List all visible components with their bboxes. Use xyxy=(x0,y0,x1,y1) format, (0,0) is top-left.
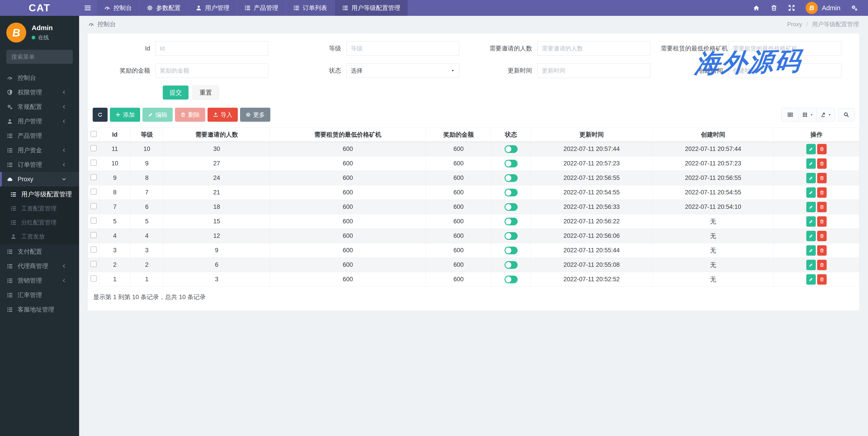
status-toggle[interactable] xyxy=(504,203,518,211)
sidebar-toggle-button[interactable] xyxy=(79,0,96,16)
nav-item-控制台[interactable]: 控制台 xyxy=(97,0,139,16)
delete-button[interactable]: 删除 xyxy=(175,108,205,122)
import-button[interactable]: 导入 xyxy=(208,108,238,122)
status-toggle[interactable] xyxy=(504,246,518,254)
column-header-更新时间[interactable]: 更新时间 xyxy=(531,128,653,142)
row-checkbox[interactable] xyxy=(91,261,96,267)
field-input-更新时间[interactable] xyxy=(537,63,650,78)
nav-item-用户管理[interactable]: 用户管理 xyxy=(188,0,237,16)
row-edit-button[interactable] xyxy=(806,158,816,169)
column-header-状态[interactable]: 状态 xyxy=(491,128,530,142)
row-edit-button[interactable] xyxy=(806,216,816,227)
sidebar-subitem-工资配置管理[interactable]: 工资配置管理 xyxy=(0,201,79,215)
row-checkbox[interactable] xyxy=(91,189,96,195)
sidebar-item-权限管理[interactable]: 权限管理 xyxy=(0,85,79,99)
sidebar-subitem-工资发放[interactable]: 工资发放 xyxy=(0,229,79,243)
field-input-需要邀请的人数[interactable] xyxy=(537,41,650,56)
nav-item-参数配置[interactable]: 参数配置 xyxy=(140,0,188,16)
row-edit-button[interactable] xyxy=(806,245,816,256)
columns-button[interactable] xyxy=(799,108,817,121)
submit-button[interactable]: 提交 xyxy=(163,86,188,99)
sidebar-item-汇率管理[interactable]: 汇率管理 xyxy=(0,288,79,302)
row-checkbox[interactable] xyxy=(91,160,96,166)
refresh-button[interactable] xyxy=(93,108,107,122)
sidebar-item-产品管理[interactable]: 产品管理 xyxy=(0,128,79,143)
nav-item-产品管理[interactable]: 产品管理 xyxy=(237,0,285,16)
sidebar-item-用户资金[interactable]: 用户资金 xyxy=(0,143,79,157)
row-checkbox[interactable] xyxy=(91,203,96,209)
fullscreen-icon[interactable] xyxy=(788,4,795,11)
row-edit-button[interactable] xyxy=(806,187,816,198)
breadcrumb-section[interactable]: Proxy xyxy=(787,21,802,28)
row-delete-button[interactable] xyxy=(817,202,827,212)
settings-gears-icon[interactable] xyxy=(851,4,858,11)
reset-button[interactable]: 重置 xyxy=(193,86,219,99)
user-menu[interactable]: B Admin xyxy=(806,2,840,14)
column-header-奖励的金额[interactable]: 奖励的金额 xyxy=(426,128,491,142)
row-delete-button[interactable] xyxy=(817,260,827,270)
column-header-操作[interactable]: 操作 xyxy=(774,128,860,142)
row-delete-button[interactable] xyxy=(817,274,827,285)
nav-item-用户等级配置管理[interactable]: 用户等级配置管理 xyxy=(335,0,408,16)
sidebar-subitem-用户等级配置管理[interactable]: 用户等级配置管理 xyxy=(0,187,79,201)
column-header-需要邀请的人数[interactable]: 需要邀请的人数 xyxy=(163,128,270,142)
sidebar-subitem-分红配置管理[interactable]: 分红配置管理 xyxy=(0,215,79,229)
sidebar-item-支付配置[interactable]: 支付配置 xyxy=(0,244,79,259)
status-select[interactable]: 选择 xyxy=(346,63,459,78)
field-input-等级[interactable] xyxy=(346,41,459,56)
row-checkbox[interactable] xyxy=(91,217,96,224)
row-delete-button[interactable] xyxy=(817,216,827,227)
home-icon[interactable] xyxy=(753,4,760,11)
column-header-Id[interactable]: Id xyxy=(99,128,130,142)
breadcrumb-dashboard[interactable]: 控制台 xyxy=(97,20,116,28)
field-input-Id[interactable] xyxy=(156,41,268,56)
row-edit-button[interactable] xyxy=(806,144,816,154)
table-search-button[interactable] xyxy=(838,108,855,121)
status-toggle[interactable] xyxy=(504,189,518,196)
sidebar-item-代理商管理[interactable]: 代理商管理 xyxy=(0,259,79,273)
field-input-创建时间[interactable] xyxy=(728,63,841,78)
status-toggle[interactable] xyxy=(504,275,518,283)
row-edit-button[interactable] xyxy=(806,260,816,270)
row-edit-button[interactable] xyxy=(806,231,816,241)
row-delete-button[interactable] xyxy=(817,158,827,169)
row-checkbox[interactable] xyxy=(91,145,96,151)
sidebar-item-订单管理[interactable]: 订单管理 xyxy=(0,157,79,172)
detail-view-button[interactable] xyxy=(782,108,799,121)
add-button[interactable]: 添加 xyxy=(110,108,140,122)
row-checkbox[interactable] xyxy=(91,246,96,253)
select-all-checkbox[interactable] xyxy=(91,131,96,137)
status-toggle[interactable] xyxy=(504,174,518,182)
row-delete-button[interactable] xyxy=(817,144,827,154)
row-delete-button[interactable] xyxy=(817,173,827,183)
sidebar-item-客服地址管理[interactable]: 客服地址管理 xyxy=(0,302,79,317)
more-button[interactable]: 更多 xyxy=(240,108,270,122)
sidebar-item-营销管理[interactable]: 营销管理 xyxy=(0,273,79,288)
row-checkbox[interactable] xyxy=(91,174,96,180)
sidebar-item-用户管理[interactable]: 用户管理 xyxy=(0,114,79,128)
sidebar-item-Proxy[interactable]: Proxy xyxy=(0,172,79,186)
export-button[interactable] xyxy=(817,108,835,121)
row-delete-button[interactable] xyxy=(817,231,827,241)
status-toggle[interactable] xyxy=(504,145,518,153)
edit-button[interactable]: 编辑 xyxy=(143,108,173,122)
status-toggle[interactable] xyxy=(504,217,518,225)
column-header-等级[interactable]: 等级 xyxy=(130,128,163,142)
row-delete-button[interactable] xyxy=(817,187,827,198)
row-edit-button[interactable] xyxy=(806,173,816,183)
row-edit-button[interactable] xyxy=(806,202,816,212)
sidebar-item-控制台[interactable]: 控制台 xyxy=(0,70,79,85)
status-toggle[interactable] xyxy=(504,261,518,269)
row-checkbox[interactable] xyxy=(91,232,96,238)
status-toggle[interactable] xyxy=(504,160,518,168)
nav-item-订单列表[interactable]: 订单列表 xyxy=(286,0,334,16)
column-header-需要租赁的最低价格矿机[interactable]: 需要租赁的最低价格矿机 xyxy=(270,128,426,142)
sidebar-search-input[interactable] xyxy=(11,53,79,60)
column-header-创建时间[interactable]: 创建时间 xyxy=(653,128,774,142)
row-delete-button[interactable] xyxy=(817,245,827,256)
status-toggle[interactable] xyxy=(504,232,518,240)
sidebar-item-常规配置[interactable]: 常规配置 xyxy=(0,99,79,114)
trash-icon[interactable] xyxy=(770,4,778,11)
field-input-需要租赁的最低价格矿机[interactable] xyxy=(728,41,841,56)
field-input-奖励的金额[interactable] xyxy=(156,63,268,78)
